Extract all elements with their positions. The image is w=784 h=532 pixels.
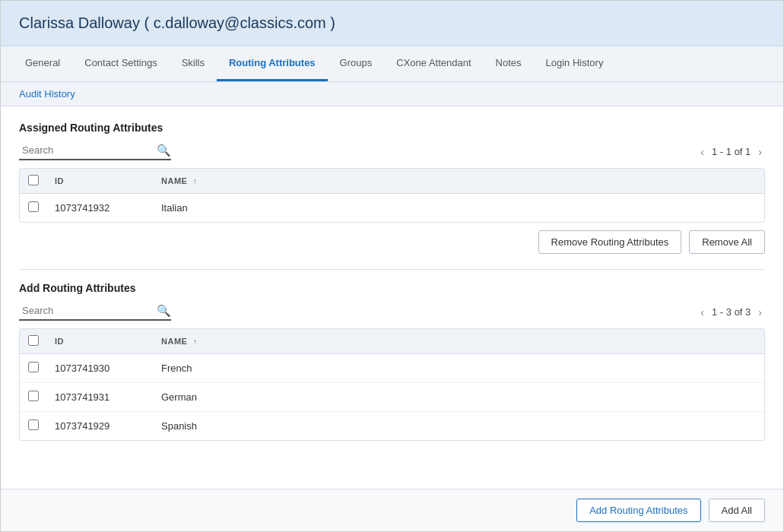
add-table-header-row: ID NAME ↑ xyxy=(20,329,764,354)
add-row-checkbox-0[interactable] xyxy=(28,362,39,372)
add-next-page[interactable]: › xyxy=(755,305,765,320)
assigned-next-page[interactable]: › xyxy=(755,144,765,160)
assigned-search-icon: 🔍 xyxy=(157,144,171,157)
add-row-id-0: 1073741930 xyxy=(47,354,154,383)
assigned-header-checkbox-cell xyxy=(20,169,47,194)
tab-contact-settings[interactable]: Contact Settings xyxy=(72,46,169,81)
assigned-pagination-text: 1 - 1 of 1 xyxy=(712,146,751,157)
add-row-name-2: Spanish xyxy=(154,412,764,441)
assigned-table-wrapper: ID NAME ↑ 1073 xyxy=(19,168,765,223)
add-section-title: Add Routing Attributes xyxy=(19,282,765,294)
assigned-search-row: 🔍 ‹ 1 - 1 of 1 › xyxy=(19,143,765,160)
tabs-bar: General Contact Settings Skills Routing … xyxy=(1,46,783,82)
tab-skills[interactable]: Skills xyxy=(170,46,217,81)
assigned-section-title: Assigned Routing Attributes xyxy=(19,122,765,134)
assigned-header-name: NAME ↑ xyxy=(154,169,764,194)
tab-groups[interactable]: Groups xyxy=(328,46,385,81)
add-table: ID NAME ↑ 1073 xyxy=(20,329,764,440)
assigned-table-header-row: ID NAME ↑ xyxy=(20,169,764,194)
tab-notes[interactable]: Notes xyxy=(484,46,534,81)
app-container: Clarissa Dalloway ( c.dalloway@classics.… xyxy=(0,0,784,532)
add-header-checkbox-cell xyxy=(20,329,47,354)
assigned-table-row: 1073741932 Italian xyxy=(20,194,764,223)
content-area: Assigned Routing Attributes 🔍 ‹ 1 - 1 of… xyxy=(1,106,783,489)
add-pagination-text: 1 - 3 of 3 xyxy=(712,306,751,318)
add-row-checkbox-2[interactable] xyxy=(28,420,39,430)
add-pagination: ‹ 1 - 3 of 3 › xyxy=(697,305,765,320)
assigned-section: Assigned Routing Attributes 🔍 ‹ 1 - 1 of… xyxy=(19,122,765,254)
add-row-checkbox-cell-1 xyxy=(20,383,47,412)
sub-tab-audit-history[interactable]: Audit History xyxy=(19,88,75,100)
add-row-id-1: 1073741931 xyxy=(47,383,154,412)
sub-tabs-bar: Audit History xyxy=(1,82,783,106)
add-search-row: 🔍 ‹ 1 - 3 of 3 › xyxy=(19,303,765,321)
assigned-table: ID NAME ↑ 1073 xyxy=(20,169,764,222)
section-divider xyxy=(19,269,765,270)
page-title: Clarissa Dalloway ( c.dalloway@classics.… xyxy=(19,14,335,31)
assigned-name-sort-icon: ↑ xyxy=(193,177,198,185)
add-name-sort-icon: ↑ xyxy=(193,337,198,346)
assigned-select-all-checkbox[interactable] xyxy=(28,175,39,185)
assigned-row-id: 1073741932 xyxy=(47,194,154,223)
add-table-wrapper: ID NAME ↑ 1073 xyxy=(19,328,765,441)
add-table-row-2: 1073741929 Spanish xyxy=(20,412,764,441)
add-row-name-0: French xyxy=(154,354,764,383)
bottom-action-bar: Add Routing Attributes Add All xyxy=(1,489,783,531)
remove-routing-attributes-button[interactable]: Remove Routing Attributes xyxy=(538,230,682,254)
add-row-checkbox-1[interactable] xyxy=(28,391,39,401)
assigned-row-checkbox[interactable] xyxy=(28,201,39,212)
add-row-checkbox-cell-0 xyxy=(20,354,47,383)
tab-routing-attributes[interactable]: Routing Attributes xyxy=(217,46,328,81)
add-routing-attributes-button[interactable]: Add Routing Attributes xyxy=(576,499,700,522)
add-row-id-2: 1073741929 xyxy=(47,412,154,441)
add-search-input[interactable] xyxy=(19,303,157,318)
add-header-id: ID xyxy=(47,329,154,354)
add-search-container: 🔍 xyxy=(19,303,171,321)
add-prev-page[interactable]: ‹ xyxy=(697,305,707,320)
assigned-header-id: ID xyxy=(47,169,154,194)
add-select-all-checkbox[interactable] xyxy=(28,335,39,346)
assigned-prev-page[interactable]: ‹ xyxy=(697,144,707,160)
tab-cxone-attendant[interactable]: CXone Attendant xyxy=(384,46,483,81)
assigned-search-input[interactable] xyxy=(19,143,157,157)
add-section: Add Routing Attributes 🔍 ‹ 1 - 3 of 3 › xyxy=(19,282,765,441)
remove-all-button[interactable]: Remove All xyxy=(689,230,765,254)
assigned-row-checkbox-cell xyxy=(20,194,47,223)
assigned-search-container: 🔍 xyxy=(19,143,171,160)
add-search-icon: 🔍 xyxy=(157,304,171,318)
add-table-row-0: 1073741930 French xyxy=(20,354,764,383)
add-table-row-1: 1073741931 German xyxy=(20,383,764,412)
tab-general[interactable]: General xyxy=(13,46,72,81)
tab-login-history[interactable]: Login History xyxy=(534,46,616,81)
add-header-name: NAME ↑ xyxy=(154,329,764,354)
assigned-action-buttons: Remove Routing Attributes Remove All xyxy=(19,230,765,254)
header: Clarissa Dalloway ( c.dalloway@classics.… xyxy=(1,1,783,46)
add-row-name-1: German xyxy=(154,383,764,412)
assigned-pagination: ‹ 1 - 1 of 1 › xyxy=(697,144,765,160)
add-all-button[interactable]: Add All xyxy=(709,499,765,522)
assigned-row-name: Italian xyxy=(154,194,764,223)
add-row-checkbox-cell-2 xyxy=(20,412,47,441)
